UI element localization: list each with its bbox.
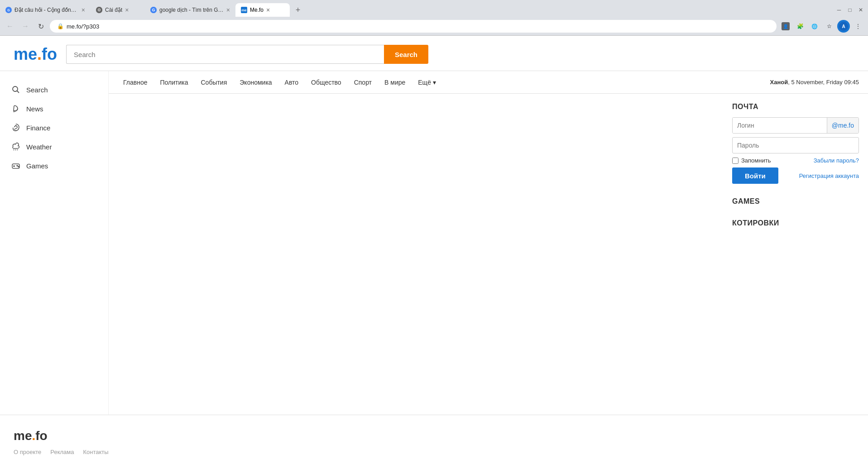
- quotes-widget-title: КОТИРОВКИ: [732, 219, 859, 227]
- svg-line-19: [15, 149, 16, 150]
- svg-text:G: G: [152, 8, 155, 12]
- svg-line-18: [14, 149, 14, 150]
- nav-item-politics[interactable]: Политика: [155, 71, 194, 94]
- browser-tab-1[interactable]: G Đặt câu hỏi - Cộng đồng Google... ×: [0, 3, 91, 17]
- finance-icon: [11, 123, 21, 133]
- logo-dot: .: [37, 45, 42, 63]
- nav-item-main[interactable]: Главное: [118, 71, 153, 94]
- sidebar-item-news[interactable]: News: [0, 99, 108, 118]
- svg-point-25: [18, 166, 19, 167]
- site-logo[interactable]: me.fo: [14, 45, 57, 64]
- nav-item-more[interactable]: Ещё ▾: [412, 71, 441, 94]
- page: me.fo Search Search: [0, 36, 868, 464]
- refresh-button[interactable]: ↻: [34, 20, 47, 33]
- nav-city: Ханой: [770, 79, 788, 86]
- sidebar-item-weather[interactable]: Weather: [0, 137, 108, 156]
- tab-favicon-1: G: [5, 7, 12, 13]
- tab-label-2: Cài đặt: [105, 7, 122, 13]
- nav-item-economy[interactable]: Экономика: [234, 71, 277, 94]
- minimize-button[interactable]: ─: [835, 6, 843, 14]
- remember-label: Запомнить: [741, 157, 771, 164]
- forgot-password-link[interactable]: Забыли пароль?: [814, 157, 859, 164]
- nav-item-events[interactable]: События: [195, 71, 232, 94]
- footer-logo-fo: fo: [35, 429, 47, 443]
- sidebar: Search News: [0, 71, 109, 415]
- search-icon: [11, 85, 21, 95]
- footer-links: О проекте Реклама Контакты: [14, 449, 854, 455]
- site-footer: me.fo О проекте Реклама Контакты: [0, 415, 868, 464]
- svg-point-13: [13, 86, 18, 91]
- svg-point-24: [17, 165, 18, 166]
- weather-icon: [11, 142, 21, 152]
- sidebar-label-news: News: [26, 105, 43, 113]
- sidebar-label-games: Games: [26, 162, 48, 170]
- browser-tab-4[interactable]: me Me.fo ×: [235, 3, 290, 17]
- tab-close-2[interactable]: ×: [125, 6, 129, 14]
- mail-widget: ПОЧТА @me.fo Запомнить: [732, 103, 859, 184]
- sidebar-item-search[interactable]: Search: [0, 80, 108, 99]
- translate-page-icon[interactable]: 🌐: [808, 20, 821, 33]
- sidebar-item-finance[interactable]: Finance: [0, 118, 108, 137]
- footer-link-ads[interactable]: Реклама: [50, 449, 74, 455]
- remember-checkbox[interactable]: [732, 158, 739, 164]
- tab-favicon-2: ⚙: [96, 7, 102, 13]
- nav-item-auto[interactable]: Авто: [279, 71, 304, 94]
- browser-chrome: G Đặt câu hỏi - Cộng đồng Google... × ⚙ …: [0, 0, 868, 36]
- nav-item-world[interactable]: В мире: [379, 71, 411, 94]
- svg-line-14: [17, 91, 19, 93]
- svg-text:A: A: [842, 24, 845, 29]
- content-area: Главное Политика События Экономика Авто …: [109, 71, 868, 415]
- nav-item-society[interactable]: Общество: [306, 71, 347, 94]
- main-layout: Search News: [0, 71, 868, 415]
- mail-input-row: @me.fo: [732, 117, 859, 134]
- main-content: [118, 103, 723, 241]
- logo-me: me: [14, 45, 37, 63]
- maximize-button[interactable]: □: [846, 6, 854, 14]
- sidebar-item-games[interactable]: Games: [0, 156, 108, 175]
- nav-item-sport[interactable]: Спорт: [349, 71, 377, 94]
- nav-datetime: Ханой, 5 November, Friday 09:45: [770, 79, 859, 86]
- address-bar[interactable]: 🔒 me.fo/?p303: [50, 20, 777, 33]
- login-button[interactable]: Войти: [732, 167, 778, 184]
- forward-button[interactable]: →: [19, 20, 32, 33]
- svg-text:⚙: ⚙: [97, 8, 101, 12]
- footer-link-contacts[interactable]: Контакты: [83, 449, 108, 455]
- nav-date: 5 November, Friday 09:45: [791, 79, 859, 86]
- mail-form: @me.fo Запомнить Забыли пароль?: [732, 117, 859, 184]
- browser-tab-3[interactable]: G google dịch - Tìm trên Google ×: [145, 3, 235, 17]
- password-input[interactable]: [732, 137, 859, 153]
- chevron-down-icon: ▾: [433, 79, 436, 86]
- remember-row: Запомнить: [732, 157, 771, 164]
- games-widget-title: GAMES: [732, 197, 859, 206]
- more-options-icon[interactable]: ⋮: [852, 20, 864, 33]
- tab-close-4[interactable]: ×: [266, 6, 270, 14]
- login-input[interactable]: [733, 118, 827, 133]
- browser-tab-2[interactable]: ⚙ Cài đặt ×: [91, 3, 145, 17]
- search-button[interactable]: Search: [384, 45, 428, 64]
- profile-manager-icon[interactable]: 👤: [779, 20, 792, 33]
- tab-label-4: Me.fo: [250, 7, 264, 13]
- register-link[interactable]: Регистрация аккаунта: [799, 172, 859, 179]
- logo-fo: fo: [42, 45, 57, 63]
- tab-close-3[interactable]: ×: [226, 6, 230, 14]
- quotes-widget: КОТИРОВКИ: [732, 219, 859, 227]
- new-tab-button[interactable]: +: [292, 4, 304, 16]
- search-form: Search: [66, 45, 428, 64]
- games-icon: [11, 161, 21, 171]
- sidebar-label-finance: Finance: [26, 124, 50, 132]
- svg-text:☆: ☆: [827, 23, 832, 29]
- nav-more-label: Ещё: [418, 79, 431, 86]
- close-window-button[interactable]: ✕: [857, 6, 864, 14]
- search-input[interactable]: [66, 45, 384, 64]
- bookmark-icon[interactable]: ☆: [823, 20, 835, 33]
- svg-text:🌐: 🌐: [811, 23, 818, 29]
- extensions-icon[interactable]: 🧩: [794, 20, 806, 33]
- browser-actions: 👤 🧩 🌐 ☆ A ⋮: [779, 20, 864, 33]
- footer-link-about[interactable]: О проекте: [14, 449, 41, 455]
- user-profile-button[interactable]: A: [837, 20, 850, 33]
- tab-close-1[interactable]: ×: [82, 6, 85, 14]
- address-bar-row: ← → ↻ 🔒 me.fo/?p303 👤 🧩 🌐 ☆ A ⋮: [0, 17, 868, 35]
- back-button[interactable]: ←: [4, 20, 16, 33]
- tab-label-3: google dịch - Tìm trên Google: [159, 7, 224, 13]
- tab-label-1: Đặt câu hỏi - Cộng đồng Google...: [14, 7, 79, 13]
